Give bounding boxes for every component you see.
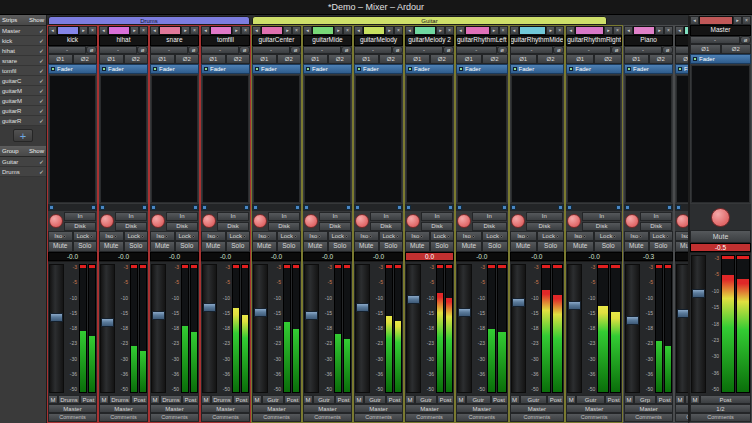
meter-point-button[interactable]: Post <box>605 395 622 404</box>
visible-checkbox[interactable]: ✓ <box>39 57 44 64</box>
close-icon[interactable]: × <box>139 26 148 35</box>
track-color-chip[interactable] <box>414 26 436 35</box>
pan-right-handle[interactable] <box>616 205 621 210</box>
fader-processor[interactable]: Fader <box>456 64 508 74</box>
track-color-chip[interactable] <box>699 16 733 25</box>
solo-button[interactable]: Solo <box>594 241 622 252</box>
trim-knob[interactable]: ø <box>188 46 199 54</box>
solo-button[interactable]: Solo <box>277 241 302 252</box>
gain-display[interactable]: -0.0 <box>99 252 148 261</box>
fader-processor[interactable]: Fader <box>624 64 673 74</box>
mute-button[interactable]: Mute <box>510 241 537 252</box>
mute-button[interactable]: Mute <box>201 241 226 252</box>
phase-1-button[interactable]: Ø1 <box>690 44 721 54</box>
scroll-right-button[interactable]: ▸ <box>283 26 292 35</box>
scroll-left-button[interactable]: ◂ <box>690 16 699 25</box>
fader-processor[interactable]: Fader <box>675 64 688 74</box>
monitor-input-button[interactable]: In <box>217 212 249 221</box>
phase-2-button[interactable]: Ø2 <box>430 54 455 64</box>
monitor-input-button[interactable]: In <box>166 212 198 221</box>
scroll-right-button[interactable]: ▸ <box>546 26 555 35</box>
fader-processor[interactable]: Fader <box>690 54 751 64</box>
processor-box[interactable] <box>676 75 688 203</box>
record-arm-button[interactable] <box>457 214 471 228</box>
visible-checkbox[interactable]: ✓ <box>39 97 44 104</box>
record-arm-button[interactable] <box>202 214 216 228</box>
processor-box[interactable] <box>100 75 147 203</box>
input-button[interactable]: - <box>303 46 341 54</box>
close-icon[interactable]: × <box>499 26 508 35</box>
phase-2-button[interactable]: Ø2 <box>328 54 353 64</box>
input-button[interactable]: - <box>456 46 497 54</box>
gain-display[interactable]: -0.0 <box>150 252 199 261</box>
group-button[interactable]: Gutr <box>262 395 284 404</box>
gain-fader[interactable] <box>691 255 706 393</box>
meter-point-button[interactable]: Post <box>700 395 751 404</box>
group-button[interactable]: Gutr <box>576 395 605 404</box>
input-button[interactable]: - <box>405 46 443 54</box>
metering-m-button[interactable]: M <box>405 395 415 404</box>
gain-display[interactable]: -0.0 <box>252 252 301 261</box>
metering-m-button[interactable]: M <box>675 395 685 404</box>
fader-handle[interactable] <box>50 313 63 322</box>
gain-display[interactable]: -0.0 <box>510 252 565 261</box>
phase-2-button[interactable]: Ø2 <box>124 54 149 64</box>
visible-checkbox[interactable]: ✓ <box>39 77 44 84</box>
output-button[interactable]: Master <box>150 404 199 413</box>
phase-2-button[interactable]: Ø2 <box>537 54 564 64</box>
phase-2-button[interactable]: Ø2 <box>226 54 251 64</box>
scroll-right-button[interactable]: ▸ <box>79 26 88 35</box>
trim-knob[interactable]: ø <box>443 46 454 54</box>
output-button[interactable]: Master <box>99 404 148 413</box>
scroll-right-button[interactable]: ▸ <box>130 26 139 35</box>
visible-checkbox[interactable]: ✓ <box>39 117 44 124</box>
visible-checkbox[interactable]: ✓ <box>39 47 44 54</box>
solo-lock-button[interactable]: Lock <box>124 231 149 241</box>
metering-m-button[interactable]: M <box>303 395 313 404</box>
mute-button[interactable]: Mute <box>566 241 594 252</box>
scroll-left-button[interactable]: ◂ <box>99 26 108 35</box>
monitor-disk-button[interactable]: Disk <box>64 222 96 231</box>
input-button[interactable]: - <box>99 46 137 54</box>
monitor-input-button[interactable]: In <box>472 212 507 221</box>
phase-1-button[interactable]: Ø1 <box>405 54 430 64</box>
record-arm-button[interactable] <box>151 214 165 228</box>
phase-1-button[interactable]: Ø1 <box>201 54 226 64</box>
trim-knob[interactable]: ø <box>290 46 301 54</box>
close-icon[interactable]: × <box>241 26 250 35</box>
track-color-chip[interactable] <box>312 26 334 35</box>
output-button[interactable]: 1/2 <box>690 404 751 413</box>
mute-button[interactable]: Mute <box>690 230 751 243</box>
solo-iso-button[interactable]: Iso <box>48 231 73 241</box>
close-icon[interactable]: × <box>190 26 199 35</box>
group-button[interactable]: Grp <box>634 395 656 404</box>
phase-2-button[interactable]: Ø2 <box>721 44 752 54</box>
group-tab-guitar[interactable]: Guitar <box>252 16 607 25</box>
monitor-disk-button[interactable]: Disk <box>472 222 507 231</box>
sidebar-track-row[interactable]: Guitar ✓ <box>0 157 46 167</box>
fader-processor[interactable]: Fader <box>201 64 250 74</box>
solo-iso-button[interactable]: Iso <box>99 231 124 241</box>
track-color-chip[interactable] <box>159 26 181 35</box>
solo-button[interactable]: Solo <box>649 241 674 252</box>
metering-m-button[interactable]: M <box>624 395 634 404</box>
track-color-chip[interactable] <box>57 26 79 35</box>
pan-right-handle[interactable] <box>193 205 198 210</box>
fader-processor[interactable]: Fader <box>510 64 565 74</box>
gain-fader[interactable] <box>457 264 472 393</box>
monitor-disk-button[interactable]: Disk <box>582 222 621 231</box>
comments-button[interactable]: Comments <box>675 413 688 422</box>
sidebar-track-row[interactable]: kick ✓ <box>0 36 46 46</box>
balance-knob[interactable] <box>711 208 730 227</box>
trim-knob[interactable]: ø <box>740 36 751 44</box>
output-button[interactable]: Master <box>303 404 352 413</box>
phase-1-button[interactable]: Ø1 <box>624 54 649 64</box>
pan-right-handle[interactable] <box>667 205 672 210</box>
fader-handle[interactable] <box>101 318 114 327</box>
close-icon[interactable]: × <box>613 26 622 35</box>
scroll-right-button[interactable]: ▸ <box>655 26 664 35</box>
fader-handle[interactable] <box>677 309 688 318</box>
track-color-chip[interactable] <box>633 26 655 35</box>
group-button[interactable]: Gutr <box>313 395 335 404</box>
visible-checkbox[interactable]: ✓ <box>39 87 44 94</box>
